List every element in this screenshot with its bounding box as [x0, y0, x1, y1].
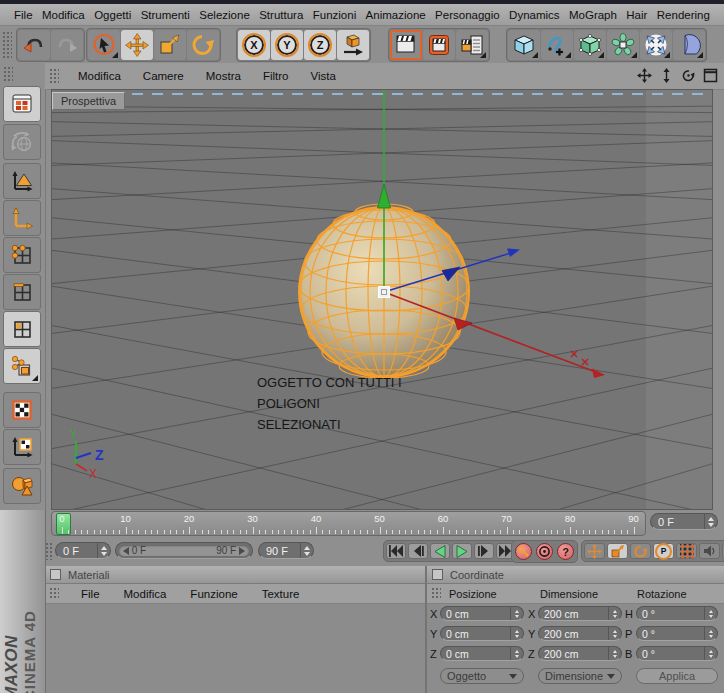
menu-animazione[interactable]: Animazione — [366, 9, 426, 21]
snap-mode-button[interactable] — [3, 348, 41, 384]
generator-button[interactable] — [574, 30, 606, 60]
transport-end-spinner[interactable] — [300, 543, 313, 558]
viewport-menu-grip[interactable] — [49, 68, 59, 84]
transport-frame-spinner[interactable] — [97, 543, 110, 558]
points-mode-button[interactable] — [3, 237, 41, 273]
render-settings-button[interactable] — [456, 30, 488, 60]
dim-y-field[interactable]: 200 cm — [538, 626, 622, 641]
menu-dynamics[interactable]: Dynamics — [509, 9, 559, 21]
pos-z-field[interactable]: 0 cm — [440, 646, 524, 661]
timeline-ruler[interactable]: 0102030405060708090 — [51, 511, 646, 536]
play-backward-button[interactable] — [430, 543, 450, 559]
menu-strumenti[interactable]: Strumenti — [141, 9, 190, 21]
lock-y-button[interactable]: Y — [271, 30, 303, 60]
materials-title-bar[interactable]: Materiali — [45, 566, 425, 584]
apply-button[interactable]: Applica — [636, 668, 718, 684]
primitive-cube-button[interactable] — [508, 30, 540, 60]
mode-dropdown[interactable]: Oggetto — [440, 668, 524, 684]
materials-menu-texture[interactable]: Texture — [250, 588, 312, 600]
pos-x-field[interactable]: 0 cm — [440, 606, 524, 621]
menu-rendering[interactable]: Rendering — [657, 9, 710, 21]
menu-funzioni[interactable]: Funzioni — [313, 9, 356, 21]
materials-menu-funzione[interactable]: Funzione — [178, 588, 249, 600]
lock-x-button[interactable]: X — [238, 30, 270, 60]
menu-personaggio[interactable]: Personaggio — [435, 9, 500, 21]
vp-menu-mostra[interactable]: Mostra — [195, 70, 252, 82]
materials-panel-checkbox[interactable] — [50, 569, 61, 580]
model-mode-button[interactable] — [3, 163, 41, 199]
convert-button[interactable] — [3, 124, 41, 160]
lock-z-button[interactable]: Z — [304, 30, 336, 60]
next-frame-button[interactable] — [474, 543, 494, 559]
viewport-label[interactable]: Prospettiva — [52, 92, 125, 110]
redo-button[interactable] — [51, 30, 83, 60]
texture-mode-button[interactable] — [3, 392, 41, 428]
record-scale-button[interactable] — [607, 543, 628, 559]
sidebar-grip[interactable] — [3, 66, 13, 82]
frame-range-slider[interactable]: 0 F 90 F — [115, 542, 253, 559]
render-picture-viewer-button[interactable] — [423, 30, 455, 60]
environment-button[interactable] — [673, 30, 705, 60]
perspective-viewport[interactable]: Y Z X Prospettiva OGGETTO CON TUTTI I PO… — [51, 89, 713, 510]
rot-b-field[interactable]: 0 ° — [636, 646, 718, 661]
previous-frame-button[interactable] — [408, 543, 428, 559]
coordinates-panel-checkbox[interactable] — [432, 569, 443, 580]
materials-menu-grip[interactable] — [49, 587, 59, 600]
toolbar-grip[interactable] — [2, 31, 12, 59]
scale-tool-button[interactable] — [154, 30, 186, 60]
vp-menu-camere[interactable]: Camere — [132, 70, 195, 82]
menu-hair[interactable]: Hair — [626, 9, 647, 21]
transport-end-field[interactable]: 90 F — [258, 542, 314, 559]
vp-menu-filtro[interactable]: Filtro — [252, 70, 300, 82]
play-forward-button[interactable] — [452, 543, 472, 559]
coordinates-title-bar[interactable]: Coordinate — [427, 566, 724, 584]
record-point-level-button[interactable] — [676, 543, 697, 559]
undo-button[interactable] — [18, 30, 50, 60]
command-palette-button[interactable] — [3, 86, 41, 122]
transport-grip[interactable] — [45, 542, 53, 560]
move-tool-button[interactable] — [121, 30, 153, 60]
polygons-mode-button[interactable] — [3, 311, 41, 347]
transport-frame-field[interactable]: 0 F — [55, 542, 111, 559]
rotate-tool-button[interactable] — [187, 30, 219, 60]
keying-help-button[interactable]: ? — [556, 543, 575, 560]
zoom-icon[interactable] — [659, 68, 674, 83]
record-position-button[interactable] — [584, 543, 605, 559]
pos-y-field[interactable]: 0 cm — [440, 626, 524, 641]
record-parameter-button[interactable]: P — [653, 543, 674, 559]
materials-menu-modifica[interactable]: Modifica — [112, 588, 179, 600]
vp-menu-vista[interactable]: Vista — [299, 70, 346, 82]
menu-struttura[interactable]: Struttura — [259, 9, 303, 21]
coordinate-system-button[interactable] — [337, 30, 369, 60]
autokey-button[interactable] — [535, 543, 554, 560]
menu-mograph[interactable]: MoGraph — [569, 9, 617, 21]
record-keyframe-button[interactable] — [514, 543, 533, 560]
menu-selezione[interactable]: Selezione — [199, 9, 250, 21]
record-rotation-button[interactable] — [630, 543, 651, 559]
current-frame-field[interactable]: 0 F — [650, 513, 718, 530]
gizmo-center-handle[interactable] — [379, 287, 390, 298]
rot-h-field[interactable]: 0 ° — [636, 606, 718, 621]
deformer-button[interactable] — [640, 30, 672, 60]
sound-button[interactable] — [699, 543, 720, 559]
object-axis-mode-button[interactable] — [3, 200, 41, 236]
dim-x-field[interactable]: 200 cm — [538, 606, 622, 621]
spline-button[interactable] — [541, 30, 573, 60]
size-dropdown[interactable]: Dimensione — [538, 668, 622, 684]
rotate-view-icon[interactable] — [681, 68, 696, 83]
goto-start-button[interactable] — [386, 543, 406, 559]
pan-icon[interactable] — [637, 68, 652, 83]
frame-spinner[interactable] — [704, 514, 717, 529]
object-tools-button[interactable] — [3, 468, 41, 504]
live-selection-button[interactable] — [88, 30, 120, 60]
materials-menu-file[interactable]: File — [69, 588, 112, 600]
rot-p-field[interactable]: 0 ° — [636, 626, 718, 641]
dim-z-field[interactable]: 200 cm — [538, 646, 622, 661]
menu-file[interactable]: File — [14, 9, 33, 21]
render-view-button[interactable] — [390, 30, 422, 60]
edges-mode-button[interactable] — [3, 274, 41, 310]
menu-modifica[interactable]: Modifica — [42, 9, 85, 21]
maximize-icon[interactable] — [703, 68, 718, 83]
menu-oggetti[interactable]: Oggetti — [94, 9, 131, 21]
mograph-button[interactable] — [607, 30, 639, 60]
